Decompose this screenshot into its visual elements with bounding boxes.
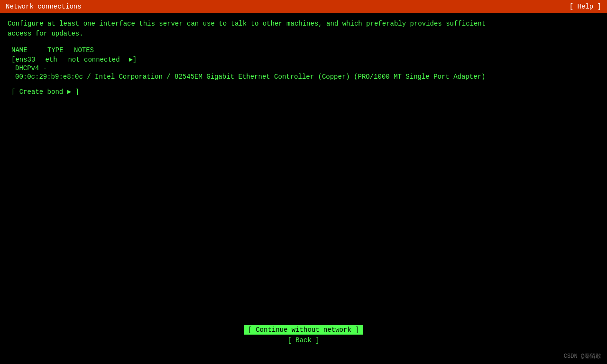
continue-without-network-button[interactable]: [ Continue without network ] <box>244 325 363 335</box>
col-notes-header: NOTES <box>74 46 112 54</box>
create-bond-label: [ Create bond ► ] <box>11 88 79 96</box>
header-help[interactable]: [ Help ] <box>570 3 601 10</box>
description-line2: access for updates. <box>8 29 599 39</box>
header-bar: Network connections [ Help ] <box>0 0 607 13</box>
main-content: Configure at least one interface this se… <box>0 13 607 101</box>
header-title: Network connections <box>6 3 82 10</box>
mac-line: 00:0c:29:b9:e8:0c / Intel Corporation / … <box>15 73 599 81</box>
description: Configure at least one interface this se… <box>8 19 599 39</box>
bottom-buttons: [ Continue without network ] [ Back ] <box>244 325 363 345</box>
interface-arrow: ► <box>129 56 132 64</box>
back-button[interactable]: [ Back ] <box>251 336 356 345</box>
bracket-close: ] <box>133 56 137 64</box>
interface-name: ens33 <box>15 56 41 64</box>
col-name-header: NAME <box>11 46 40 54</box>
interface-row[interactable]: [ ens33 eth not connected ► ] <box>11 56 599 64</box>
col-type-header: TYPE <box>47 46 66 54</box>
interface-type: eth <box>45 56 64 64</box>
create-bond[interactable]: [ Create bond ► ] <box>11 88 599 96</box>
interface-notes: not connected <box>68 56 125 64</box>
dhcp-value: DHCPv4 - <box>15 64 47 72</box>
watermark: CSDN @秦留敢 <box>564 352 601 360</box>
bracket-open: [ <box>11 56 15 64</box>
dhcp-line: DHCPv4 - <box>15 64 599 72</box>
mac-value: 00:0c:29:b9:e8:0c / Intel Corporation / … <box>15 73 485 81</box>
description-line1: Configure at least one interface this se… <box>8 19 599 29</box>
table-header: NAME TYPE NOTES <box>11 46 599 54</box>
network-table: NAME TYPE NOTES [ ens33 eth not connecte… <box>11 46 599 81</box>
